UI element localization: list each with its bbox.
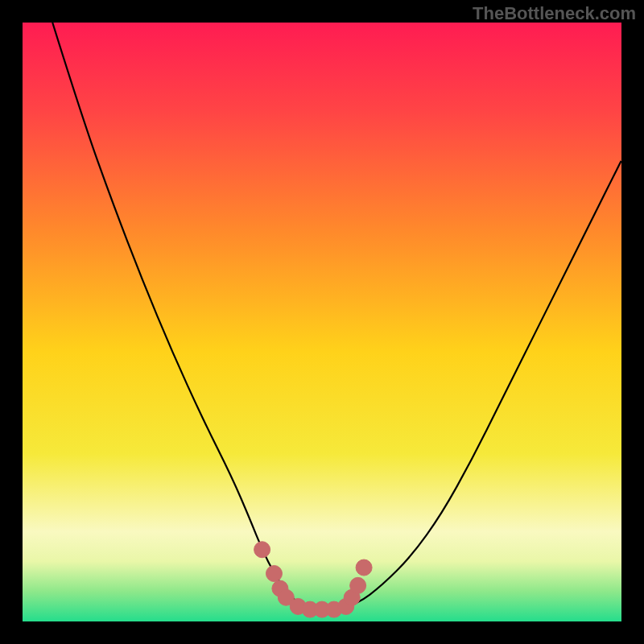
bottleneck-chart xyxy=(23,23,621,621)
gradient-background xyxy=(23,23,621,621)
curve-marker xyxy=(356,559,372,576)
watermark-text: TheBottleneck.com xyxy=(473,3,636,24)
curve-marker xyxy=(266,565,282,581)
plot-area xyxy=(23,23,621,621)
chart-container: TheBottleneck.com xyxy=(0,0,644,644)
curve-marker xyxy=(254,542,270,558)
curve-marker xyxy=(350,577,366,593)
